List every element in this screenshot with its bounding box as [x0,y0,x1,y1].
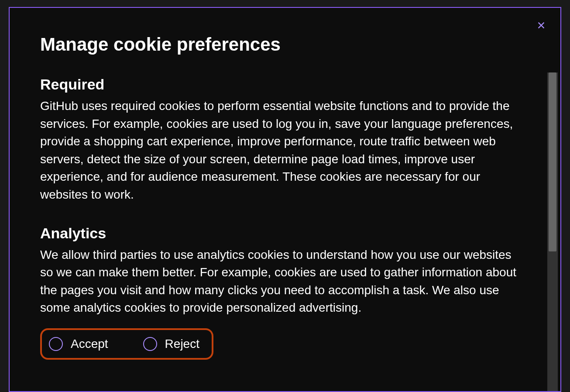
radio-icon [143,337,157,351]
modal-title: Manage cookie preferences [40,34,530,55]
accept-radio-option[interactable]: Accept [49,337,108,351]
analytics-radio-group: Accept Reject [40,328,213,360]
reject-radio-option[interactable]: Reject [143,337,199,351]
close-button[interactable] [535,19,547,31]
modal-content: Manage cookie preferences Required GitHu… [10,8,560,391]
reject-radio-label: Reject [165,337,199,351]
section-body: We allow third parties to use analytics … [40,246,517,317]
scrollbar-thumb[interactable] [549,72,556,251]
section-heading: Required [40,76,517,93]
section-body: GitHub uses required cookies to perform … [40,97,517,204]
cookie-preferences-modal: Manage cookie preferences Required GitHu… [9,7,561,392]
section-heading: Analytics [40,225,517,242]
accept-radio-label: Accept [71,337,108,351]
modal-scroll-area[interactable]: Required GitHub uses required cookies to… [40,76,530,372]
section-required: Required GitHub uses required cookies to… [40,76,517,204]
close-icon [536,21,546,30]
radio-icon [49,337,63,351]
section-analytics: Analytics We allow third parties to use … [40,225,517,360]
